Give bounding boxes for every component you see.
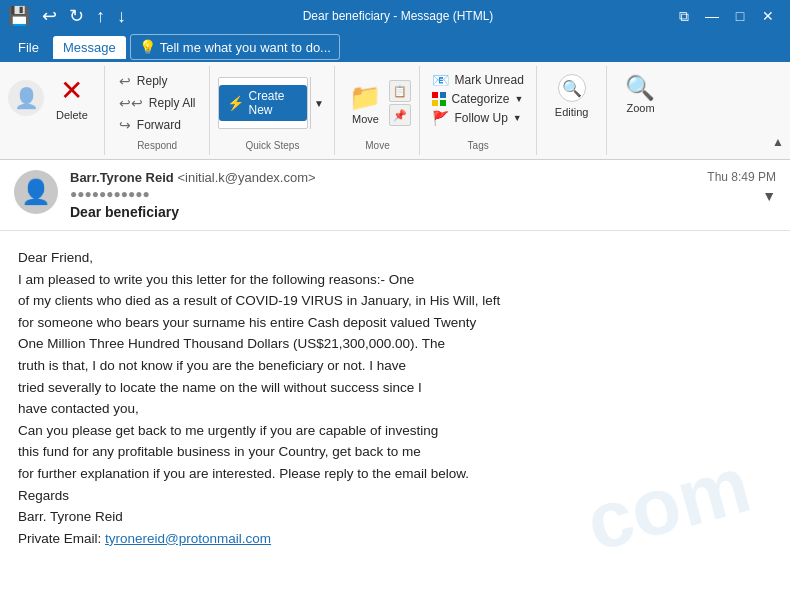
sender-line: Barr.Tyrone Reid <initial.k@yandex.com> [70, 170, 695, 185]
create-new-button[interactable]: ⚡ Create New [219, 85, 307, 121]
lightning-icon: ⚡ [227, 95, 244, 111]
search-icon: 🔍 [558, 74, 586, 102]
avatar: 👤 [14, 170, 58, 214]
follow-up-button[interactable]: 🚩 Follow Up ▼ [428, 108, 527, 128]
email-link[interactable]: tyronereid@protonmail.com [105, 531, 271, 546]
reply-all-icon: ↩↩ [119, 95, 143, 111]
ribbon-collapse-button[interactable]: ▲ [766, 131, 790, 153]
ribbon-group-quicksteps: ⚡ Create New ▼ Quick Steps [210, 66, 335, 155]
ribbon-group-editing: 🔍 Editing [537, 66, 608, 155]
mark-unread-button[interactable]: 📧 Mark Unread [428, 70, 527, 90]
ribbon: 👤 ✕ Delete Delete ↩ Reply ↩↩ Reply All ↪… [0, 62, 790, 160]
expand-button[interactable]: ▼ [762, 188, 776, 204]
zoom-button[interactable]: 🔍 Zoom [617, 70, 663, 118]
folder-icon: 📁 [349, 82, 381, 113]
ribbon-group-delete: 👤 ✕ Delete Delete [0, 66, 105, 155]
person-avatar-icon: 👤 [21, 178, 51, 206]
recipient-line: ●●●●●●●●●●● [70, 187, 695, 201]
move-other-button-1[interactable]: 📋 [389, 80, 411, 102]
title-bar: 💾 ↩ ↻ ↑ ↓ Dear beneficiary - Message (HT… [0, 0, 790, 32]
private-email-line: Private Email: tyronereid@protonmail.com [18, 528, 772, 550]
fullscreen-button[interactable]: ⧉ [670, 2, 698, 30]
undo-icon[interactable]: ↩ [42, 5, 57, 27]
follow-up-dropdown-icon[interactable]: ▼ [513, 113, 522, 123]
refresh-icon[interactable]: ↻ [69, 5, 84, 27]
app-icon: 💾 [8, 5, 30, 27]
reply-button[interactable]: ↩ Reply [113, 70, 202, 92]
close-button[interactable]: ✕ [754, 2, 782, 30]
person-icon: 👤 [8, 80, 44, 116]
editing-button[interactable]: 🔍 Editing [547, 70, 597, 122]
tell-me-text: Tell me what you want to do... [160, 40, 331, 55]
forward-icon: ↪ [119, 117, 131, 133]
forward-button[interactable]: ↪ Forward [113, 114, 202, 136]
email-container: 👤 Barr.Tyrone Reid <initial.k@yandex.com… [0, 160, 790, 590]
ribbon-group-zoom: 🔍 Zoom [607, 66, 673, 155]
down-icon[interactable]: ↓ [117, 6, 126, 27]
zoom-icon: 🔍 [625, 74, 655, 102]
menu-file[interactable]: File [8, 36, 49, 59]
email-meta: Barr.Tyrone Reid <initial.k@yandex.com> … [70, 170, 695, 220]
reply-icon: ↩ [119, 73, 131, 89]
flag-icon: 🚩 [432, 110, 449, 126]
menu-message[interactable]: Message [53, 36, 126, 59]
move-button[interactable]: 📁 Move [343, 80, 387, 127]
reply-all-button[interactable]: ↩↩ Reply All [113, 92, 202, 114]
email-date: Thu 8:49 PM [707, 170, 776, 184]
quicksteps-box: ⚡ Create New [218, 77, 308, 129]
ribbon-group-respond: ↩ Reply ↩↩ Reply All ↪ Forward Respond [105, 66, 211, 155]
email-subject: Dear beneficiary [70, 204, 695, 220]
lightbulb-icon: 💡 [139, 39, 156, 55]
recipient-value: ●●●●●●●●●●● [70, 187, 150, 201]
menu-bar: File Message 💡 Tell me what you want to … [0, 32, 790, 62]
move-other-button-2[interactable]: 📌 [389, 104, 411, 126]
tell-me-input[interactable]: 💡 Tell me what you want to do... [130, 34, 340, 60]
email-header-right: Thu 8:49 PM ▼ [707, 170, 776, 204]
delete-x-icon: ✕ [60, 74, 83, 107]
categorize-dropdown-icon[interactable]: ▼ [515, 94, 524, 104]
delete-button[interactable]: ✕ Delete [48, 70, 96, 125]
ribbon-group-tags: 📧 Mark Unread Categorize ▼ 🚩 Follow Up ▼… [420, 66, 536, 155]
up-icon[interactable]: ↑ [96, 6, 105, 27]
categorize-icon [432, 92, 446, 106]
mark-unread-icon: 📧 [432, 72, 449, 88]
window-title: Dear beneficiary - Message (HTML) [303, 9, 494, 23]
maximize-button[interactable]: □ [726, 2, 754, 30]
body-text: Dear Friend, I am pleased to write you t… [18, 247, 772, 549]
minimize-button[interactable]: — [698, 2, 726, 30]
email-body: Dear Friend, I am pleased to write you t… [0, 231, 790, 590]
ribbon-group-move: 📁 Move 📋 📌 Move [335, 66, 420, 155]
sender-name: Barr.Tyrone Reid [70, 170, 174, 185]
email-header: 👤 Barr.Tyrone Reid <initial.k@yandex.com… [0, 160, 790, 231]
categorize-button[interactable]: Categorize ▼ [428, 90, 527, 108]
sender-email: <initial.k@yandex.com> [177, 170, 315, 185]
quicksteps-expand-button[interactable]: ▼ [310, 77, 326, 129]
